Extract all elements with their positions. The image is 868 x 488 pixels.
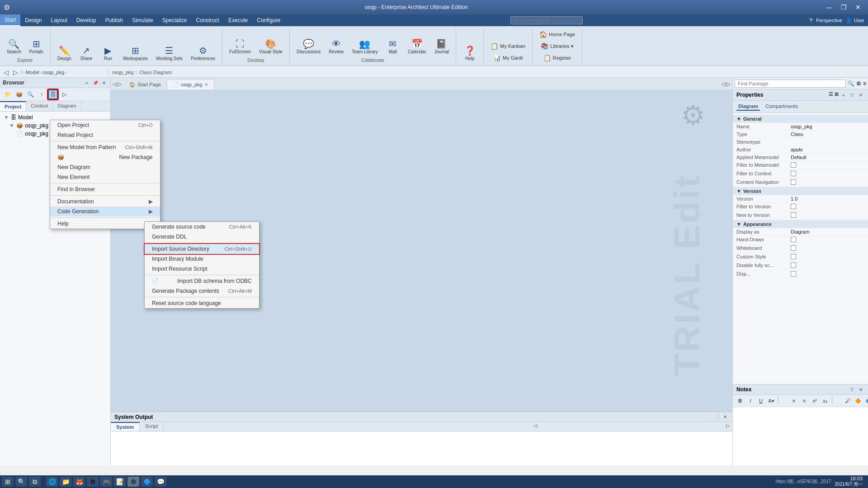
taskbar-app-app6[interactable]: 📝 [114, 477, 126, 487]
calendar-button[interactable]: 📅 Calendar [405, 37, 429, 56]
libraries-button[interactable]: 📚 Libraries ▾ [538, 41, 576, 51]
props-list-view[interactable]: ☰ [829, 91, 833, 99]
taskbar-app-sparx[interactable]: 🔷 [141, 477, 153, 487]
ctx-new-package[interactable]: 📦 New Package [50, 152, 160, 162]
breadcrumb-model[interactable]: Model [26, 70, 39, 75]
diagram-nav-next[interactable]: ▷ [726, 81, 731, 87]
breadcrumb-navfwd[interactable]: ▷ [11, 69, 20, 76]
ctx-new-diagram[interactable]: New Diagram [50, 162, 160, 172]
taskbar-app-msg[interactable]: 💬 [155, 477, 166, 487]
checkbox-disp[interactable] [791, 271, 796, 277]
find-command-input[interactable] [510, 16, 583, 24]
checkbox-disable-sc[interactable] [791, 263, 796, 268]
my-gantt-button[interactable]: 📊 My Gantt [490, 53, 526, 63]
sub-generate-ddl[interactable]: Generate DDL [145, 232, 259, 242]
props-pin[interactable]: ▽ [849, 91, 856, 99]
ctx-documentation[interactable]: Documentation ▶ [50, 197, 160, 206]
ctx-open-project[interactable]: Open Project Ctrl+O [50, 120, 160, 130]
sub-import-db[interactable]: 📄 Import DB schema from ODBC [145, 276, 259, 286]
taskbar-app-app4[interactable]: ⚙ [87, 477, 99, 487]
menu-layout[interactable]: Layout [47, 14, 72, 26]
sys-tab-script[interactable]: Script [140, 422, 164, 431]
share-button[interactable]: ↗ Share [76, 43, 96, 63]
sys-scroll-left[interactable]: ◁ [531, 422, 540, 431]
taskbar-app-app5[interactable]: 🎮 [100, 477, 112, 487]
restore-button[interactable]: ❐ [837, 2, 850, 12]
tab-start-page[interactable]: 🏠 Start Page [123, 80, 167, 89]
design-button[interactable]: ✏️ Design [54, 43, 75, 63]
notes-subscript[interactable]: x₂ [821, 396, 830, 405]
props-close[interactable]: ✕ [857, 91, 864, 99]
menu-construct[interactable]: Construct [192, 14, 224, 26]
browser-tab-project[interactable]: Project [0, 101, 26, 111]
sys-tab-system[interactable]: System [111, 422, 140, 431]
sub-reset-language[interactable]: Reset source code language [145, 298, 259, 308]
menu-publish[interactable]: Publish [101, 14, 127, 26]
menu-configure[interactable]: Configure [252, 14, 285, 26]
notes-italic[interactable]: I [746, 396, 755, 405]
props-collapse[interactable]: « [840, 91, 847, 99]
ctx-new-model-pattern[interactable]: New Model from Pattern Ctrl+Shift+M [50, 142, 160, 152]
taskbar-taskview[interactable]: ⧉ [29, 477, 41, 487]
browser-tb-up[interactable]: ↑ [37, 89, 47, 99]
browser-tb-search[interactable]: 🔍 [25, 89, 35, 99]
sub-generate-source[interactable]: Generate source code Ctrl+Alt+K [145, 222, 259, 232]
start-button[interactable]: ⊞ [2, 477, 14, 487]
notes-list2[interactable]: ≡ [800, 396, 809, 405]
props-tab-compartments[interactable]: Compartments [764, 103, 800, 111]
checkbox-custom-style[interactable] [791, 254, 796, 259]
sub-import-resource[interactable]: Import Resource Script [145, 264, 259, 274]
breadcrumb-osqp-pkg[interactable]: osqp_pkg [42, 70, 64, 75]
checkbox-whiteboard[interactable] [791, 245, 796, 251]
browser-pin-btn[interactable]: 📌 [92, 79, 99, 86]
run-button[interactable]: ▶ Run [98, 43, 118, 63]
browser-tb-folder[interactable]: 📁 [3, 89, 13, 99]
minimize-button[interactable]: — [823, 2, 835, 12]
preferences-button[interactable]: ⚙ Preferences [188, 43, 218, 63]
menu-develop[interactable]: Develop [72, 14, 101, 26]
sys-scroll-right[interactable]: ▷ [723, 422, 732, 431]
perspective-button[interactable]: 🔭 Perspective [808, 18, 842, 23]
checkbox-filter-metamodel[interactable] [791, 162, 796, 168]
props-tab-diagram[interactable]: Diagram [736, 103, 760, 111]
ctx-code-generation[interactable]: Code Generation ▶ [50, 206, 160, 216]
version-collapse-icon[interactable]: ▼ [736, 188, 741, 194]
menu-design[interactable]: Design [20, 14, 46, 26]
diagram-nav-prev[interactable]: ◁ [722, 81, 726, 87]
checkbox-filter-version[interactable] [791, 204, 796, 209]
browser-close-btn[interactable]: ✕ [100, 79, 108, 86]
tab-osqp-pkg[interactable]: 📄 osqp_pkg ✕ [167, 80, 214, 89]
my-kanban-button[interactable]: 📋 My Kanban [487, 41, 528, 51]
sub-import-source-dir[interactable]: Import Source Directory Ctrl+Shift+U [145, 244, 259, 254]
sys-close[interactable]: ✕ [722, 413, 729, 421]
find-pkg-options[interactable]: ≡ [863, 80, 866, 87]
taskbar-app-ie[interactable]: 🌐 [46, 477, 58, 487]
notes-format2[interactable]: 🔶 [854, 396, 863, 405]
browser-tab-diagram[interactable]: Diagram [53, 101, 81, 111]
ctx-reload-project[interactable]: Reload Project [50, 130, 160, 140]
browser-collapse-btn[interactable]: « [83, 79, 90, 86]
notes-list1[interactable]: ≡ [789, 396, 798, 405]
sub-import-binary[interactable]: Import Binary Module [145, 254, 259, 264]
notes-close[interactable]: ✕ [857, 386, 864, 393]
ctx-find-browser[interactable]: Find in Browser [50, 184, 160, 194]
notes-format1[interactable]: 🖊 [843, 396, 852, 405]
mail-button[interactable]: ✉ Mail [383, 37, 403, 56]
checkbox-new-to-version[interactable] [791, 212, 796, 218]
sys-float[interactable]: ⬜ [713, 413, 720, 421]
search-button[interactable]: 🔍 Search [4, 37, 24, 56]
osqp-tab-close[interactable]: ✕ [204, 82, 208, 88]
notes-content[interactable] [733, 407, 868, 465]
tab-nav-prev[interactable]: ◁ [113, 81, 117, 87]
taskbar-app-explorer[interactable]: 📁 [60, 477, 71, 487]
taskbar-search[interactable]: 🔍 [15, 477, 27, 487]
tab-nav-next[interactable]: ▷ [118, 81, 122, 87]
checkbox-content-nav[interactable] [791, 179, 796, 185]
browser-tb-pkg[interactable]: 📦 [14, 89, 24, 99]
discussions-button[interactable]: 💬 Discussions [293, 37, 324, 56]
close-button[interactable]: ✕ [852, 2, 864, 12]
props-icon-view[interactable]: ⊞ [835, 91, 839, 99]
notes-underline[interactable]: U [756, 396, 765, 405]
checkbox-filter-context[interactable] [791, 171, 796, 176]
working-sets-button[interactable]: ☰ Working Sets [153, 43, 186, 63]
